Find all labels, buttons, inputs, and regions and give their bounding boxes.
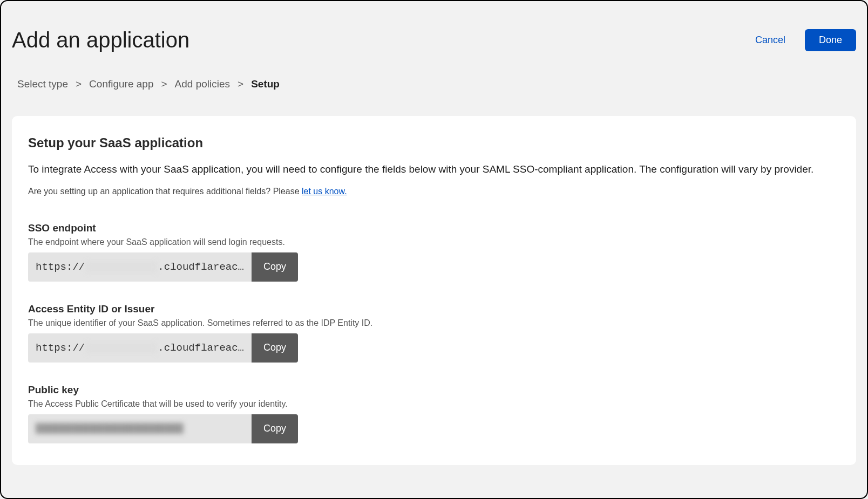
copy-button-entity[interactable]: Copy	[252, 333, 298, 363]
value-prefix-sso: https://	[36, 261, 85, 273]
redacted-full-value: ████████████████████████	[36, 423, 184, 435]
card-subtext: Are you setting up an application that r…	[28, 187, 840, 196]
done-button[interactable]: Done	[805, 29, 856, 51]
field-label-sso: SSO endpoint	[28, 222, 840, 234]
redacted-segment	[85, 342, 157, 354]
value-box-pubkey[interactable]: ████████████████████████	[28, 414, 252, 443]
page-title: Add an application	[12, 28, 189, 52]
let-us-know-link[interactable]: let us know.	[302, 187, 347, 196]
page-wrapper: Add an application Cancel Done Select ty…	[0, 0, 868, 499]
field-public-key: Public key The Access Public Certificate…	[28, 384, 840, 443]
field-label-pubkey: Public key	[28, 384, 840, 396]
field-entity-id: Access Entity ID or Issuer The unique id…	[28, 303, 840, 363]
breadcrumb-step-configure-app[interactable]: Configure app	[89, 78, 153, 90]
breadcrumb-separator: >	[76, 78, 82, 90]
value-row-entity: https://.cloudflareac… Copy	[28, 333, 298, 363]
card-subtext-prefix: Are you setting up an application that r…	[28, 187, 302, 196]
cancel-link[interactable]: Cancel	[755, 35, 785, 46]
copy-button-pubkey[interactable]: Copy	[252, 414, 298, 443]
card-title: Setup your SaaS application	[28, 135, 840, 151]
value-prefix-entity: https://	[36, 342, 85, 354]
breadcrumb-step-add-policies[interactable]: Add policies	[175, 78, 230, 90]
breadcrumb-separator: >	[161, 78, 167, 90]
card-intro: To integrate Access with your SaaS appli…	[28, 162, 840, 177]
field-label-entity: Access Entity ID or Issuer	[28, 303, 840, 315]
field-desc-entity: The unique identifier of your SaaS appli…	[28, 318, 840, 328]
value-box-entity[interactable]: https://.cloudflareac…	[28, 333, 252, 363]
breadcrumb-separator: >	[238, 78, 243, 90]
field-desc-pubkey: The Access Public Certificate that will …	[28, 399, 840, 409]
breadcrumb-step-setup[interactable]: Setup	[251, 78, 280, 90]
copy-button-sso[interactable]: Copy	[252, 252, 298, 282]
header-actions: Cancel Done	[755, 29, 856, 51]
breadcrumb: Select type > Configure app > Add polici…	[12, 78, 856, 90]
value-box-sso[interactable]: https://.cloudflareac…	[28, 252, 252, 282]
setup-card: Setup your SaaS application To integrate…	[12, 116, 856, 465]
value-row-pubkey: ████████████████████████ Copy	[28, 414, 298, 443]
field-sso-endpoint: SSO endpoint The endpoint where your Saa…	[28, 222, 840, 282]
value-suffix-sso: .cloudflareac…	[158, 261, 244, 273]
value-row-sso: https://.cloudflareac… Copy	[28, 252, 298, 282]
field-desc-sso: The endpoint where your SaaS application…	[28, 237, 840, 247]
value-suffix-entity: .cloudflareac…	[158, 342, 244, 354]
breadcrumb-step-select-type[interactable]: Select type	[17, 78, 68, 90]
redacted-segment	[85, 261, 157, 273]
header: Add an application Cancel Done	[12, 28, 856, 52]
